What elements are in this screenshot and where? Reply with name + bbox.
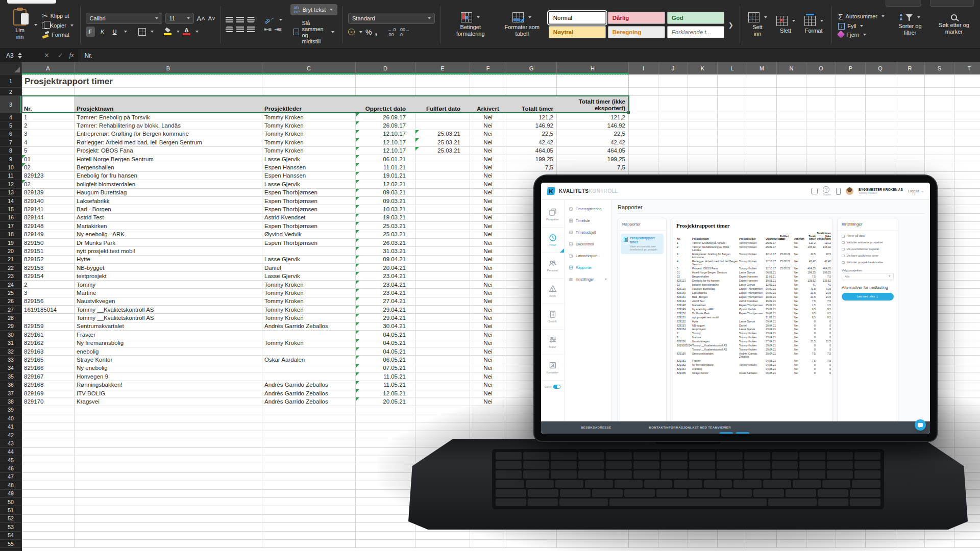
cell-B27[interactable]: Tommy __Kvalitetskontroll AS: [75, 306, 262, 314]
cell-L6[interactable]: [718, 130, 747, 138]
row-header-12[interactable]: 12: [0, 180, 22, 188]
cell-A52[interactable]: [22, 515, 75, 523]
cell-A6[interactable]: 3: [22, 130, 75, 138]
cell-A8[interactable]: 5: [22, 147, 75, 155]
cell-C33[interactable]: Oskar Aardalen: [262, 356, 356, 364]
cell-R9[interactable]: [895, 155, 925, 163]
cell-M7[interactable]: [747, 138, 777, 146]
cell-G5[interactable]: 146,92: [506, 121, 557, 130]
cell-B10[interactable]: Bergenshallen: [75, 163, 262, 171]
cell-H3[interactable]: Totalt timer (ikke eksportert): [557, 96, 629, 113]
cell-B20[interactable]: nytt prosjekt test mobil: [75, 247, 262, 255]
cell-A46[interactable]: [22, 464, 75, 472]
cell-L3[interactable]: [718, 96, 747, 113]
cell-A11[interactable]: 829123: [22, 172, 75, 180]
cell-M5[interactable]: [747, 121, 777, 130]
cell-P2[interactable]: [836, 88, 866, 96]
cell-C43[interactable]: [262, 439, 356, 447]
cell-B53[interactable]: [75, 523, 262, 531]
cell-J8[interactable]: [658, 147, 688, 155]
cell-A22[interactable]: 829153: [22, 264, 75, 272]
cell-D7[interactable]: 12.10.17: [356, 138, 415, 146]
cell-T5[interactable]: [954, 121, 980, 130]
cell-B44[interactable]: [75, 448, 262, 456]
cell-H6[interactable]: 22,5: [557, 130, 629, 138]
cell-J3[interactable]: [658, 96, 688, 113]
cell-C52[interactable]: [262, 515, 356, 523]
cell-P10[interactable]: [836, 163, 866, 171]
cell-B7[interactable]: Rørlegger: Arbeid med bad, leil Bergen S…: [75, 138, 262, 146]
row-header-24[interactable]: 24: [0, 281, 22, 289]
comma-style-icon[interactable]: ,: [375, 28, 377, 37]
align-right-icon[interactable]: [247, 27, 255, 32]
cell-B2[interactable]: [75, 88, 262, 96]
row-header-7[interactable]: 7: [0, 138, 22, 146]
cell-S5[interactable]: [925, 121, 954, 130]
cell-C25[interactable]: Tommy Kroken: [262, 289, 356, 297]
merge-center-button[interactable]: ↔ Slå sammen og midtstill: [290, 18, 337, 46]
percent-icon[interactable]: %: [365, 28, 372, 36]
cell-C44[interactable]: [262, 448, 356, 456]
cell-M10[interactable]: [747, 163, 777, 171]
cell-L9[interactable]: [718, 155, 747, 163]
row-header-32[interactable]: 32: [0, 347, 22, 356]
cell-D23[interactable]: 23.04.21: [356, 272, 415, 280]
cell-A25[interactable]: 3: [22, 289, 75, 297]
cell-F8[interactable]: Nei: [470, 147, 506, 155]
cell-T9[interactable]: [954, 155, 980, 163]
row-header-49[interactable]: 49: [0, 490, 22, 498]
row-header-9[interactable]: 9: [0, 155, 22, 163]
cell-style-forklarende-t-[interactable]: Forklarende t...: [667, 26, 724, 38]
cell-D2[interactable]: [356, 88, 415, 96]
cell-K7[interactable]: [688, 138, 718, 146]
cell-B16[interactable]: Astrid Test: [75, 214, 262, 222]
cell-O6[interactable]: [806, 130, 836, 138]
cell-B5[interactable]: Tømrer: Rehabilitering av blokk, Landås: [75, 121, 262, 130]
cell-S4[interactable]: [925, 113, 954, 121]
cell-M6[interactable]: [747, 130, 777, 138]
cell-J6[interactable]: [658, 130, 688, 138]
cell-F10[interactable]: Nei: [470, 163, 506, 171]
cell-Q2[interactable]: [866, 88, 895, 96]
cell-C1[interactable]: [262, 74, 356, 88]
cell-E2[interactable]: [415, 88, 470, 96]
cell-C16[interactable]: Astrid Kvendset: [262, 214, 356, 222]
cell-K1[interactable]: [688, 74, 718, 88]
font-name-dropdown[interactable]: Calibri: [86, 13, 162, 24]
column-header-G[interactable]: G: [506, 62, 557, 74]
cell-B55[interactable]: [75, 540, 262, 548]
row-header-22[interactable]: 22: [0, 264, 22, 272]
increase-indent-icon[interactable]: ⇥≡: [274, 26, 281, 33]
find-select-button[interactable]: Søk etter og marker: [934, 13, 974, 36]
decrease-indent-icon[interactable]: ⇤≡: [264, 26, 271, 33]
cell-R10[interactable]: [895, 163, 925, 171]
cell-A50[interactable]: [22, 498, 75, 506]
cell-N9[interactable]: [777, 155, 806, 163]
row-header-20[interactable]: 20: [0, 247, 22, 255]
cell-M4[interactable]: [747, 113, 777, 121]
orientation-caret-icon[interactable]: [279, 19, 282, 21]
cell-A30[interactable]: 829161: [22, 331, 75, 339]
row-header-52[interactable]: 52: [0, 515, 22, 523]
cell-D28[interactable]: 29.04.21: [356, 314, 415, 322]
row-header-11[interactable]: 11: [0, 172, 22, 180]
cell-B52[interactable]: [75, 515, 262, 523]
cell-K2[interactable]: [688, 88, 718, 96]
cell-C26[interactable]: Tommy Kroken: [262, 297, 356, 306]
cell-G9[interactable]: 199,25: [506, 155, 557, 163]
cell-M3[interactable]: [747, 96, 777, 113]
cell-C23[interactable]: Lasse Gjervik: [262, 272, 356, 280]
cell-Q9[interactable]: [866, 155, 895, 163]
cell-A20[interactable]: 829151: [22, 247, 75, 255]
cell-A17[interactable]: 829148: [22, 222, 75, 230]
cell-B35[interactable]: Honvegen 9: [75, 372, 262, 381]
copy-button[interactable]: Kopier: [40, 22, 75, 30]
cell-T2[interactable]: [954, 88, 980, 96]
cell-K8[interactable]: [688, 147, 718, 155]
cell-N8[interactable]: [777, 147, 806, 155]
cell-B29[interactable]: Sentrumskvartalet: [75, 322, 262, 331]
cell-I5[interactable]: [629, 121, 658, 130]
row-header-23[interactable]: 23: [0, 272, 22, 280]
cell-F6[interactable]: Nei: [470, 130, 506, 138]
cell-B26[interactable]: Naustvikvegen: [75, 297, 262, 306]
